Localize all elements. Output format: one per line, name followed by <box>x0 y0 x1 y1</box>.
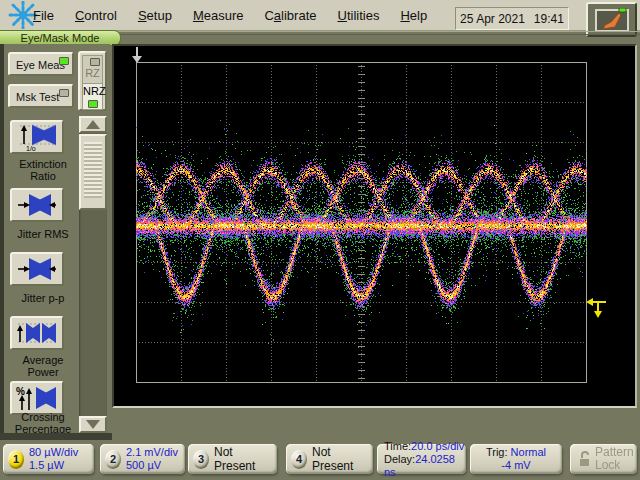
jitter-rms-label: Jitter RMS <box>4 228 82 240</box>
menu-bar: File Control Setup Measure Calibrate Uti… <box>0 0 640 31</box>
rz-label: RZ <box>85 67 100 79</box>
extinction-ratio-icon: 1/o <box>16 123 58 151</box>
reference-level-marker-icon <box>130 47 144 64</box>
eye-meas-label: Eye Meas <box>16 59 65 71</box>
channel-4-button[interactable]: 4 Not Present <box>286 444 373 474</box>
jitter-pp-icon <box>16 257 58 281</box>
tab-strip: Eye/Mask Mode <box>0 30 640 44</box>
waveform-display[interactable] <box>112 44 637 408</box>
date-text: 25 Apr 2021 <box>460 12 525 26</box>
channel-3-badge: 3 <box>193 450 209 469</box>
svg-text:%: % <box>16 386 25 397</box>
scroll-thumb-grip <box>84 142 102 198</box>
channel-3-button[interactable]: 3 Not Present <box>188 444 277 474</box>
trig-level: -4 mV <box>486 459 546 472</box>
menu-control[interactable]: Control <box>75 8 117 23</box>
crossing-percentage-button[interactable]: % <box>10 381 64 415</box>
average-power-button[interactable] <box>10 316 64 350</box>
channel-1-offset: 1.5 µW <box>29 459 78 472</box>
sidebar: Eye Meas Msk Test RZ NRZ <box>0 44 110 433</box>
mode-tab-label: Eye/Mask Mode <box>21 32 100 44</box>
extinction-ratio-button[interactable]: 1/o <box>10 120 64 154</box>
triangle-down-icon <box>86 420 100 429</box>
channel-1-button[interactable]: 1 80 µW/div 1.5 µW <box>3 444 94 474</box>
trigger-delay-marker-icon[interactable] <box>584 296 608 320</box>
channel-4-badge: 4 <box>291 450 307 469</box>
menu-measure[interactable]: Measure <box>193 8 244 23</box>
nrz-label: NRZ <box>83 85 106 97</box>
rz-led <box>90 58 100 66</box>
nrz-option[interactable]: NRZ <box>82 83 103 110</box>
average-power-label: AveragePower <box>4 354 82 378</box>
msk-test-led <box>59 89 69 97</box>
time-value: 20.0 ps/div <box>411 440 464 452</box>
pattern-lock-label-2: Lock <box>595 459 634 472</box>
jitter-rms-icon <box>16 193 58 217</box>
sidebar-scroll-thumb[interactable] <box>79 134 107 210</box>
channel-1-badge: 1 <box>8 450 24 469</box>
menu-help[interactable]: Help <box>400 8 427 23</box>
trig-label: Trig: <box>486 446 508 458</box>
time-label: Time: <box>384 440 411 452</box>
time-text: 19:41 <box>534 12 564 26</box>
crossing-percentage-icon: % <box>15 384 59 412</box>
menu-items: File Control Setup Measure Calibrate Uti… <box>33 0 427 30</box>
msk-test-button[interactable]: Msk Test <box>8 84 74 108</box>
open-padlock-icon <box>578 451 591 467</box>
channel-2-offset: 500 µV <box>126 459 178 472</box>
menu-setup[interactable]: Setup <box>138 8 172 23</box>
eye-diagram-canvas[interactable] <box>114 46 635 406</box>
date-time-display: 25 Apr 2021 19:41 <box>455 7 569 30</box>
extinction-ratio-label: ExtinctionRatio <box>4 158 82 182</box>
average-power-icon <box>14 320 60 346</box>
svg-text:1/o: 1/o <box>26 145 36 151</box>
msk-test-label: Msk Test <box>16 91 59 103</box>
crossing-percentage-label: CrossingPercentage <box>4 411 82 433</box>
channel-2-badge: 2 <box>105 450 121 469</box>
eye-meas-button[interactable]: Eye Meas <box>8 52 74 76</box>
menu-file[interactable]: File <box>33 8 54 23</box>
channel-3-status: Not Present <box>214 445 277 473</box>
sidebar-scroll-up-button[interactable] <box>79 116 107 133</box>
jitter-pp-label: Jitter p-p <box>4 292 82 304</box>
scope-screen: File Control Setup Measure Calibrate Uti… <box>0 0 640 480</box>
channel-2-button[interactable]: 2 2.1 mV/div 500 µV <box>100 444 185 474</box>
jitter-pp-button[interactable] <box>10 252 64 286</box>
channel-2-scale: 2.1 mV/div <box>126 446 178 459</box>
trigger-button[interactable]: Trig: Normal -4 mV <box>470 444 562 474</box>
timebase-button[interactable]: Time:20.0 ps/div Delay:24.0258 ns <box>377 444 466 474</box>
channel-4-status: Not Present <box>312 445 373 473</box>
menu-calibrate[interactable]: Calibrate <box>264 8 316 23</box>
eye-meas-led <box>59 57 69 65</box>
channel-1-scale: 80 µW/div <box>29 446 78 459</box>
trig-mode: Normal <box>511 446 546 458</box>
jitter-rms-button[interactable] <box>10 188 64 222</box>
menu-utilities[interactable]: Utilities <box>338 8 380 23</box>
sidebar-scroll-down-button[interactable] <box>79 416 107 433</box>
rz-nrz-toggle[interactable]: RZ NRZ <box>78 51 107 111</box>
touchscreen-icon <box>595 8 629 32</box>
status-bar: 1 80 µW/div 1.5 µW 2 2.1 mV/div 500 µV 3… <box>0 440 640 480</box>
pattern-lock-button[interactable]: Pattern Lock <box>570 444 637 474</box>
nrz-led <box>88 100 98 108</box>
triangle-up-icon <box>86 120 100 129</box>
delay-label: Delay: <box>384 453 415 465</box>
